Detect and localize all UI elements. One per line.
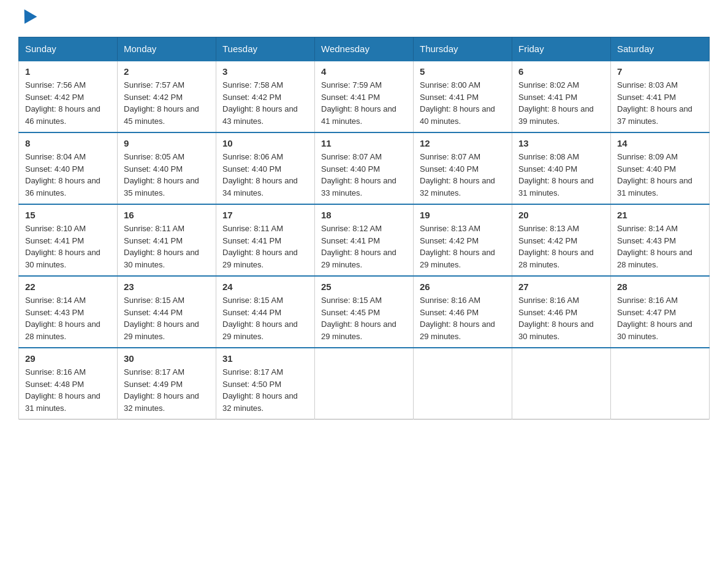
day-number: 23 [124,282,210,292]
day-cell: 27 Sunrise: 8:16 AMSunset: 4:46 PMDaylig… [512,276,611,348]
day-cell: 10 Sunrise: 8:06 AMSunset: 4:40 PMDaylig… [216,132,315,204]
day-info: Sunrise: 8:05 AMSunset: 4:40 PMDaylight:… [124,152,199,197]
week-row-5: 29 Sunrise: 8:16 AMSunset: 4:48 PMDaylig… [19,348,710,419]
weekday-sunday: Sunday [19,37,118,61]
day-info: Sunrise: 8:11 AMSunset: 4:41 PMDaylight:… [124,224,199,269]
week-row-4: 22 Sunrise: 8:14 AMSunset: 4:43 PMDaylig… [19,276,710,348]
day-number: 18 [321,210,407,220]
day-cell: 17 Sunrise: 8:11 AMSunset: 4:41 PMDaylig… [216,204,315,276]
day-info: Sunrise: 8:15 AMSunset: 4:44 PMDaylight:… [222,296,298,341]
day-cell: 6 Sunrise: 8:02 AMSunset: 4:41 PMDayligh… [512,61,611,132]
day-info: Sunrise: 8:08 AMSunset: 4:40 PMDaylight:… [518,152,594,197]
day-number: 28 [617,282,703,292]
day-number: 26 [420,282,506,292]
day-cell: 1 Sunrise: 7:56 AMSunset: 4:42 PMDayligh… [19,61,118,132]
day-info: Sunrise: 7:57 AMSunset: 4:42 PMDaylight:… [124,80,199,126]
day-info: Sunrise: 8:13 AMSunset: 4:42 PMDaylight:… [420,224,495,269]
day-number: 13 [518,138,604,148]
day-info: Sunrise: 8:11 AMSunset: 4:41 PMDaylight:… [222,224,298,269]
weekday-friday: Friday [512,37,611,61]
day-number: 8 [25,138,111,148]
calendar-header: SundayMondayTuesdayWednesdayThursdayFrid… [19,37,710,61]
day-cell: 25 Sunrise: 8:15 AMSunset: 4:45 PMDaylig… [315,276,414,348]
day-info: Sunrise: 8:09 AMSunset: 4:40 PMDaylight:… [617,152,692,197]
day-info: Sunrise: 8:10 AMSunset: 4:41 PMDaylight:… [25,224,100,269]
day-cell [611,348,710,419]
day-info: Sunrise: 7:59 AMSunset: 4:41 PMDaylight:… [321,80,396,126]
day-cell [512,348,611,419]
day-number: 15 [25,210,111,220]
day-info: Sunrise: 8:16 AMSunset: 4:46 PMDaylight:… [518,296,594,341]
day-number: 22 [25,282,111,292]
day-info: Sunrise: 8:16 AMSunset: 4:48 PMDaylight:… [25,367,100,413]
day-number: 4 [321,66,407,77]
day-cell: 21 Sunrise: 8:14 AMSunset: 4:43 PMDaylig… [611,204,710,276]
day-info: Sunrise: 8:16 AMSunset: 4:46 PMDaylight:… [420,296,495,341]
day-info: Sunrise: 8:15 AMSunset: 4:45 PMDaylight:… [321,296,396,341]
day-cell: 12 Sunrise: 8:07 AMSunset: 4:40 PMDaylig… [414,132,512,204]
day-cell: 7 Sunrise: 8:03 AMSunset: 4:41 PMDayligh… [611,61,710,132]
day-cell: 2 Sunrise: 7:57 AMSunset: 4:42 PMDayligh… [118,61,216,132]
day-cell: 19 Sunrise: 8:13 AMSunset: 4:42 PMDaylig… [414,204,512,276]
page-header [18,12,710,25]
day-number: 14 [617,138,703,148]
weekday-thursday: Thursday [414,37,512,61]
day-info: Sunrise: 8:00 AMSunset: 4:41 PMDaylight:… [420,80,495,126]
day-info: Sunrise: 8:04 AMSunset: 4:40 PMDaylight:… [25,152,100,197]
day-number: 10 [222,138,308,148]
day-number: 5 [420,66,506,77]
day-info: Sunrise: 8:07 AMSunset: 4:40 PMDaylight:… [321,152,396,197]
day-number: 3 [222,66,308,77]
day-cell [315,348,414,419]
day-info: Sunrise: 8:07 AMSunset: 4:40 PMDaylight:… [420,152,495,197]
day-cell: 14 Sunrise: 8:09 AMSunset: 4:40 PMDaylig… [611,132,710,204]
day-number: 6 [518,66,604,77]
logo-triangle-icon [18,9,37,27]
day-cell: 20 Sunrise: 8:13 AMSunset: 4:42 PMDaylig… [512,204,611,276]
day-info: Sunrise: 8:12 AMSunset: 4:41 PMDaylight:… [321,224,396,269]
weekday-row: SundayMondayTuesdayWednesdayThursdayFrid… [19,37,710,61]
day-number: 20 [518,210,604,220]
day-number: 29 [25,353,111,364]
day-number: 12 [420,138,506,148]
week-row-2: 8 Sunrise: 8:04 AMSunset: 4:40 PMDayligh… [19,132,710,204]
calendar-table: SundayMondayTuesdayWednesdayThursdayFrid… [18,37,710,419]
day-cell: 26 Sunrise: 8:16 AMSunset: 4:46 PMDaylig… [414,276,512,348]
day-number: 2 [124,66,210,77]
day-info: Sunrise: 7:56 AMSunset: 4:42 PMDaylight:… [25,80,100,126]
day-cell: 30 Sunrise: 8:17 AMSunset: 4:49 PMDaylig… [118,348,216,419]
day-cell: 11 Sunrise: 8:07 AMSunset: 4:40 PMDaylig… [315,132,414,204]
day-number: 27 [518,282,604,292]
day-cell: 4 Sunrise: 7:59 AMSunset: 4:41 PMDayligh… [315,61,414,132]
day-info: Sunrise: 8:17 AMSunset: 4:50 PMDaylight:… [222,367,298,413]
day-info: Sunrise: 8:06 AMSunset: 4:40 PMDaylight:… [222,152,298,197]
day-info: Sunrise: 8:03 AMSunset: 4:41 PMDaylight:… [617,80,692,126]
day-number: 24 [222,282,308,292]
day-number: 1 [25,66,111,77]
day-number: 11 [321,138,407,148]
day-number: 17 [222,210,308,220]
day-cell: 9 Sunrise: 8:05 AMSunset: 4:40 PMDayligh… [118,132,216,204]
day-number: 21 [617,210,703,220]
day-number: 16 [124,210,210,220]
day-cell: 28 Sunrise: 8:16 AMSunset: 4:47 PMDaylig… [611,276,710,348]
day-info: Sunrise: 7:58 AMSunset: 4:42 PMDaylight:… [222,80,298,126]
day-info: Sunrise: 8:17 AMSunset: 4:49 PMDaylight:… [124,367,199,413]
day-cell: 22 Sunrise: 8:14 AMSunset: 4:43 PMDaylig… [19,276,118,348]
logo [18,12,37,25]
day-cell: 15 Sunrise: 8:10 AMSunset: 4:41 PMDaylig… [19,204,118,276]
day-cell: 31 Sunrise: 8:17 AMSunset: 4:50 PMDaylig… [216,348,315,419]
day-info: Sunrise: 8:14 AMSunset: 4:43 PMDaylight:… [25,296,100,341]
day-number: 31 [222,353,308,364]
day-number: 25 [321,282,407,292]
day-cell: 5 Sunrise: 8:00 AMSunset: 4:41 PMDayligh… [414,61,512,132]
week-row-3: 15 Sunrise: 8:10 AMSunset: 4:41 PMDaylig… [19,204,710,276]
weekday-tuesday: Tuesday [216,37,315,61]
day-cell [414,348,512,419]
day-cell: 8 Sunrise: 8:04 AMSunset: 4:40 PMDayligh… [19,132,118,204]
day-cell: 24 Sunrise: 8:15 AMSunset: 4:44 PMDaylig… [216,276,315,348]
week-row-1: 1 Sunrise: 7:56 AMSunset: 4:42 PMDayligh… [19,61,710,132]
weekday-wednesday: Wednesday [315,37,414,61]
day-number: 19 [420,210,506,220]
weekday-saturday: Saturday [611,37,710,61]
